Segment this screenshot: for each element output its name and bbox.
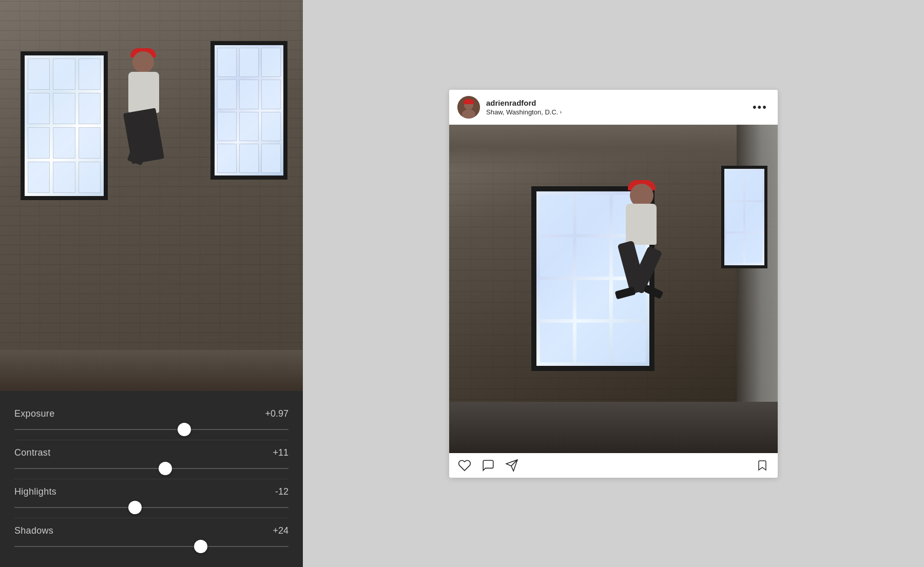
highlights-thumb[interactable] xyxy=(128,501,142,514)
contrast-thumb[interactable] xyxy=(159,462,172,475)
shadows-slider-row: Shadows +24 xyxy=(14,525,288,554)
more-button[interactable]: ••• xyxy=(750,101,769,114)
ig-person xyxy=(608,171,675,386)
location-text: Shaw, Washington, D.C. xyxy=(486,108,558,116)
contrast-slider-row: Contrast +11 xyxy=(14,447,288,476)
window-left xyxy=(21,51,108,200)
instagram-panel: adrienradford Shaw, Washington, D.C. › •… xyxy=(303,0,924,567)
divider-1 xyxy=(14,440,288,440)
highlights-slider-row: Highlights -12 xyxy=(14,486,288,515)
controls-panel: Exposure +0.97 Contrast +11 xyxy=(0,391,303,567)
bookmark-button[interactable] xyxy=(755,458,769,473)
exposure-value: +0.97 xyxy=(265,408,288,419)
svg-rect-4 xyxy=(464,102,474,104)
window-right xyxy=(210,41,287,180)
shadows-value: +24 xyxy=(273,525,288,536)
ig-actions-bar xyxy=(449,453,778,478)
contrast-label: Contrast xyxy=(14,447,50,458)
location-arrow: › xyxy=(560,109,562,115)
ig-floor xyxy=(449,402,778,453)
highlights-label: Highlights xyxy=(14,486,56,497)
photo-preview xyxy=(0,0,303,391)
username: adrienradford xyxy=(486,98,750,108)
location[interactable]: Shaw, Washington, D.C. › xyxy=(486,108,750,116)
comment-button[interactable] xyxy=(481,458,495,473)
divider-3 xyxy=(14,518,288,518)
highlights-track[interactable] xyxy=(14,500,288,515)
person-figure xyxy=(113,41,175,226)
user-info: adrienradford Shaw, Washington, D.C. › xyxy=(486,98,750,116)
avatar[interactable] xyxy=(457,96,480,119)
like-button[interactable] xyxy=(457,458,472,473)
share-button[interactable] xyxy=(505,458,519,473)
contrast-value: +11 xyxy=(273,447,288,458)
highlights-value: -12 xyxy=(275,486,288,497)
shadows-track[interactable] xyxy=(14,539,288,554)
editor-panel: Exposure +0.97 Contrast +11 xyxy=(0,0,303,567)
ig-photo xyxy=(449,125,778,453)
exposure-slider-row: Exposure +0.97 xyxy=(14,408,288,437)
ig-header: adrienradford Shaw, Washington, D.C. › •… xyxy=(449,90,778,125)
shadows-label: Shadows xyxy=(14,525,53,536)
exposure-thumb[interactable] xyxy=(178,423,191,436)
exposure-label: Exposure xyxy=(14,408,54,419)
exposure-track[interactable] xyxy=(14,422,288,437)
shadows-thumb[interactable] xyxy=(194,540,207,553)
instagram-card: adrienradford Shaw, Washington, D.C. › •… xyxy=(449,90,778,478)
ig-side-window xyxy=(721,166,767,268)
divider-2 xyxy=(14,479,288,479)
contrast-track[interactable] xyxy=(14,461,288,476)
